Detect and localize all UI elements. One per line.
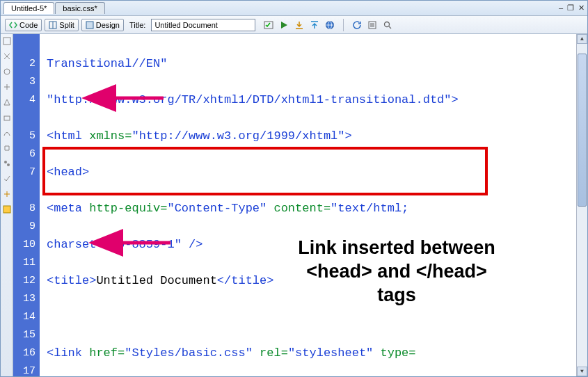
split-view-button[interactable]: Split — [45, 19, 78, 31]
titlebar: Untitled-5* basic.css* – ❐ ✕ — [1, 1, 587, 16]
tab-untitled[interactable]: Untitled-5* — [3, 2, 54, 14]
search-icon[interactable] — [383, 20, 392, 30]
scroll-thumb[interactable] — [578, 54, 587, 207]
gutter-icon[interactable] — [3, 175, 11, 183]
svg-point-15 — [4, 69, 10, 74]
validate-icon[interactable] — [264, 20, 273, 30]
svg-rect-2 — [86, 22, 93, 29]
gutter-icon[interactable] — [3, 129, 11, 137]
gutter-icon[interactable] — [3, 113, 11, 122]
left-icon-gutter — [1, 34, 13, 376]
gutter-icon[interactable] — [3, 67, 11, 76]
tab-basic-css[interactable]: basic.css* — [55, 2, 105, 14]
title-label: Title: — [129, 21, 145, 29]
play-icon[interactable] — [279, 20, 289, 30]
gutter-icon[interactable] — [3, 159, 11, 168]
code-view-button[interactable]: Code — [5, 19, 42, 31]
svg-point-18 — [4, 161, 7, 163]
gutter-icon[interactable] — [3, 52, 11, 61]
separator — [343, 19, 344, 31]
app-window: Untitled-5* basic.css* – ❐ ✕ Code Split … — [0, 0, 588, 377]
svg-marker-16 — [4, 99, 10, 105]
svg-rect-17 — [4, 116, 10, 120]
minimize-icon[interactable]: – — [559, 3, 563, 13]
main-area: 234567891011121314151617 Transitional//E… — [1, 34, 587, 376]
gutter-icon[interactable] — [3, 83, 11, 91]
line-numbers: 234567891011121314151617 — [13, 34, 40, 376]
restore-icon[interactable]: ❐ — [567, 3, 574, 13]
design-view-button[interactable]: Design — [81, 19, 124, 31]
scroll-up-icon[interactable]: ▲ — [577, 34, 587, 44]
window-controls: – ❐ ✕ — [559, 3, 585, 13]
close-icon[interactable]: ✕ — [578, 3, 585, 13]
globe-icon[interactable] — [325, 20, 335, 30]
toolbar-icons — [264, 19, 392, 31]
svg-rect-20 — [3, 206, 10, 213]
code-editor[interactable]: 234567891011121314151617 Transitional//E… — [13, 34, 587, 376]
list-icon[interactable] — [367, 20, 377, 30]
svg-point-19 — [7, 163, 10, 166]
download-icon[interactable] — [294, 20, 304, 30]
svg-rect-14 — [3, 38, 10, 45]
refresh-icon[interactable] — [352, 20, 362, 30]
gutter-icon[interactable] — [3, 98, 11, 106]
gutter-icon[interactable] — [3, 144, 11, 152]
svg-point-12 — [385, 22, 390, 26]
title-input[interactable] — [151, 19, 255, 31]
svg-line-13 — [389, 26, 391, 29]
gutter-icon[interactable] — [3, 37, 11, 45]
toolbar: Code Split Design Title: — [1, 16, 587, 34]
svg-marker-4 — [281, 22, 287, 29]
scroll-down-icon[interactable]: ▼ — [577, 367, 587, 376]
vertical-scrollbar[interactable]: ▲ ▼ — [576, 34, 587, 376]
code-content[interactable]: Transitional//EN" "http://www.w3.org/TR/… — [40, 34, 576, 376]
upload-icon[interactable] — [310, 20, 319, 30]
gutter-icon[interactable] — [3, 190, 11, 198]
gutter-icon[interactable] — [3, 205, 11, 214]
